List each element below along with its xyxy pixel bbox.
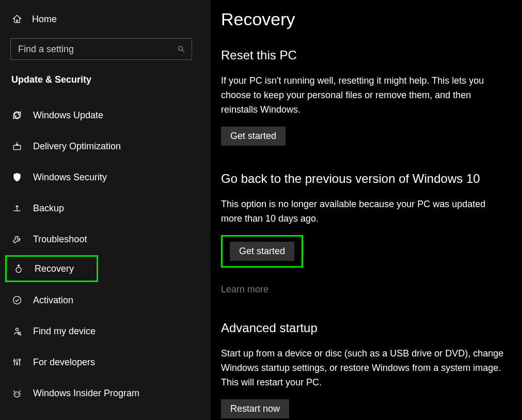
section-heading: Reset this PC xyxy=(221,48,508,63)
sidebar-item-label: Find my device xyxy=(33,326,96,337)
learn-more-link[interactable]: Learn more xyxy=(221,284,268,295)
insider-icon xyxy=(11,387,23,399)
restart-now-button[interactable]: Restart now xyxy=(221,399,289,418)
section-advanced-startup: Advanced startup Start up from a device … xyxy=(221,321,508,418)
section-heading: Advanced startup xyxy=(221,321,508,335)
home-icon xyxy=(11,13,23,25)
shield-icon xyxy=(11,172,23,183)
sidebar-item-label: Windows Insider Program xyxy=(33,388,139,399)
svg-line-7 xyxy=(20,334,22,336)
highlight-annotation: Get started xyxy=(221,235,303,268)
sidebar-item-windows-update[interactable]: Windows Update xyxy=(0,100,211,131)
sidebar-item-activation[interactable]: Activation xyxy=(0,285,211,316)
section-description: If your PC isn't running well, resetting… xyxy=(221,74,508,117)
sidebar-item-windows-security[interactable]: Windows Security xyxy=(0,162,211,193)
sidebar-item-recovery[interactable]: Recovery xyxy=(5,255,98,282)
sidebar-item-backup[interactable]: Backup xyxy=(0,193,211,224)
svg-point-5 xyxy=(16,328,19,331)
svg-line-18 xyxy=(19,391,20,392)
home-nav[interactable]: Home xyxy=(0,10,211,28)
search-container xyxy=(0,38,211,60)
svg-point-12 xyxy=(16,363,18,364)
sidebar-item-for-developers[interactable]: For developers xyxy=(0,347,211,378)
sidebar-item-label: Windows Update xyxy=(33,110,103,121)
sidebar-item-label: Windows Security xyxy=(33,172,107,183)
check-icon xyxy=(11,294,23,306)
recovery-icon xyxy=(13,263,24,274)
sidebar-item-windows-insider[interactable]: Windows Insider Program xyxy=(0,378,211,409)
dev-icon xyxy=(11,356,23,368)
sidebar-item-delivery-optimization[interactable]: Delivery Optimization xyxy=(0,131,211,162)
search-icon xyxy=(177,45,185,53)
svg-point-14 xyxy=(14,392,20,397)
svg-point-15 xyxy=(15,394,17,395)
sidebar: Home Update & Security Windows Update De… xyxy=(0,0,212,420)
home-label: Home xyxy=(32,14,57,25)
sidebar-item-label: Activation xyxy=(33,295,73,306)
section-reset-this-pc: Reset this PC If your PC isn't running w… xyxy=(221,48,508,146)
svg-line-17 xyxy=(13,391,15,392)
svg-point-0 xyxy=(179,46,183,51)
svg-point-3 xyxy=(16,268,21,273)
reset-get-started-button[interactable]: Get started xyxy=(221,127,286,146)
section-description: Start up from a device or disc (such as … xyxy=(221,347,508,390)
go-back-get-started-button[interactable]: Get started xyxy=(230,242,294,261)
sidebar-item-label: Troubleshoot xyxy=(33,234,87,245)
svg-rect-2 xyxy=(13,145,20,149)
svg-line-1 xyxy=(182,50,184,52)
svg-point-16 xyxy=(18,394,19,395)
sidebar-item-label: For developers xyxy=(33,357,95,368)
svg-point-4 xyxy=(13,297,21,304)
main-content: Recovery Reset this PC If your PC isn't … xyxy=(212,0,522,420)
nav-list: Windows Update Delivery Optimization Win… xyxy=(0,100,211,409)
page-title: Recovery xyxy=(221,9,508,29)
sidebar-item-label: Delivery Optimization xyxy=(33,141,121,152)
wrench-icon xyxy=(11,234,23,245)
sidebar-item-find-my-device[interactable]: Find my device xyxy=(0,316,211,347)
sidebar-item-troubleshoot[interactable]: Troubleshoot xyxy=(0,224,211,255)
backup-icon xyxy=(11,203,23,214)
section-go-back: Go back to the previous version of Windo… xyxy=(221,172,508,295)
svg-point-13 xyxy=(19,359,20,361)
sidebar-item-label: Recovery xyxy=(35,263,74,274)
svg-point-11 xyxy=(13,360,15,362)
delivery-icon xyxy=(11,141,23,152)
sidebar-item-label: Backup xyxy=(33,203,64,214)
section-description: This option is no longer available becau… xyxy=(221,197,508,226)
search-input[interactable] xyxy=(18,44,177,55)
find-icon xyxy=(11,325,23,337)
section-heading: Go back to the previous version of Windo… xyxy=(221,172,508,186)
sync-icon xyxy=(11,110,23,121)
sidebar-section-header: Update & Security xyxy=(0,74,211,85)
search-box[interactable] xyxy=(10,38,192,60)
